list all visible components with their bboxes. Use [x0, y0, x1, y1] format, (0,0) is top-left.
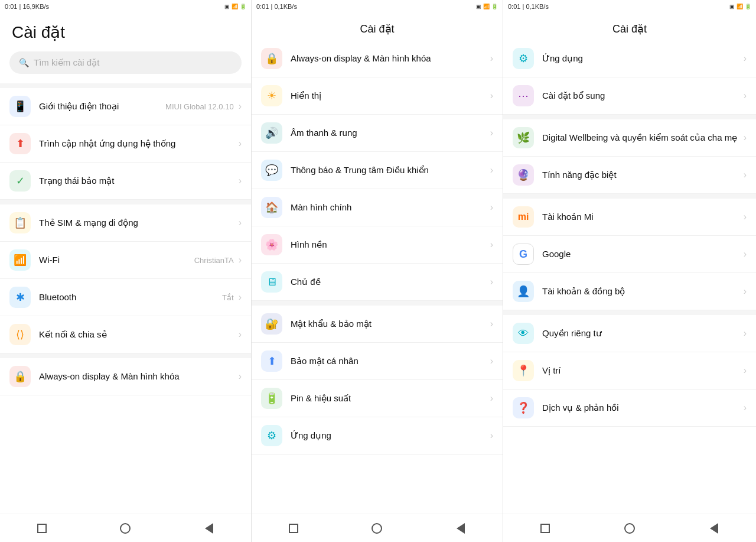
settings-item-wellbeing[interactable]: 🌿 Digital Wellbeing và quyền kiểm soát c…	[503, 119, 756, 157]
settings-item-special[interactable]: 🔮 Tính năng đặc biệt ›	[503, 157, 756, 194]
settings-content-3: Cài đặt ⚙ Ứng dụng › ⋯ Cài đặt bổ sung ›…	[503, 13, 756, 514]
nav-back-btn-2[interactable]	[449, 517, 472, 540]
special-label: Tính năng đặc biệt	[542, 169, 741, 181]
wifi-settings-icon: 📶	[9, 249, 31, 271]
settings-item-connection[interactable]: ⟨⟩ Kết nối & chia sẻ ›	[0, 316, 251, 353]
settings-item-sim[interactable]: 📋 Thẻ SIM & mạng di động ›	[0, 205, 251, 242]
home-label: Màn hình chính	[291, 202, 488, 213]
security-label: Trạng thái bảo mật	[39, 175, 236, 187]
settings-item-privacy[interactable]: 👁 Quyền riêng tư ›	[503, 315, 756, 352]
chevron-icon: ›	[744, 249, 747, 259]
display-icon: ☀	[261, 85, 282, 106]
home-text: Màn hình chính	[291, 202, 488, 213]
settings-item-p2-always-on[interactable]: 🔒 Always-on display & Màn hình khóa ›	[252, 40, 503, 77]
settings-item-accounts[interactable]: 👤 Tài khoản & đồng bộ ›	[503, 273, 756, 310]
chevron-icon: ›	[490, 165, 493, 176]
nav-back-btn[interactable]	[197, 517, 221, 540]
special-icon: 🔮	[513, 164, 534, 186]
settings-item-extra[interactable]: ⋯ Cài đặt bổ sung ›	[503, 77, 756, 115]
settings-item-personal-privacy[interactable]: ⬆ Bảo mật cá nhân ›	[252, 343, 503, 380]
settings-item-p3-apps[interactable]: ⚙ Ứng dụng ›	[503, 40, 756, 77]
chevron-icon: ›	[490, 430, 493, 441]
settings-item-google[interactable]: G Google ›	[503, 236, 756, 273]
connection-icon: ⟨⟩	[9, 324, 31, 345]
nav-back-icon-3	[710, 523, 718, 534]
connection-label: Kết nối & chia sẻ	[39, 329, 236, 340]
section-divider-1	[0, 83, 251, 88]
search-bar[interactable]: 🔍 Tìm kiếm cài đặt	[9, 51, 242, 74]
settings-item-feedback[interactable]: ❓ Dịch vụ & phản hồi ›	[503, 390, 756, 427]
phone-info-icon: 📱	[9, 96, 31, 117]
wifi-icon2: 📶	[483, 4, 490, 9]
chevron-icon: ›	[744, 90, 747, 101]
settings-item-phone-info[interactable]: 📱 Giới thiệu điện thoại MIUI Global 12.0…	[0, 88, 251, 125]
theme-label: Chủ đề	[291, 276, 488, 288]
personal-privacy-icon: ⬆	[261, 350, 282, 372]
phone-panel-2: 0:01 | 0,1KB/s ▣ 📶 🔋 Cài đặt 🔒 Always-on…	[252, 0, 503, 542]
section-divider-2	[0, 200, 251, 205]
section-divider-3	[0, 353, 251, 358]
chevron-icon: ›	[239, 255, 242, 265]
page-title-1: Cài đặt	[0, 13, 251, 47]
section-divider-p3-2	[503, 194, 756, 199]
wellbeing-label: Digital Wellbeing và quyền kiểm soát của…	[542, 132, 741, 144]
mi-text: Tài khoản Mi	[542, 211, 741, 223]
phone-info-text: Giới thiệu điện thoại	[39, 100, 165, 112]
chevron-icon: ›	[239, 329, 242, 340]
wellbeing-icon: 🌿	[513, 127, 534, 148]
password-icon: 🔐	[261, 313, 282, 335]
section-divider-p3-1	[503, 115, 756, 119]
settings-item-apps[interactable]: ⚙ Ứng dụng ›	[252, 417, 503, 455]
settings-item-security[interactable]: ✓ Trạng thái bảo mật ›	[0, 163, 251, 200]
status-bar-2: 0:01 | 0,1KB/s ▣ 📶 🔋	[252, 0, 503, 13]
nav-square-btn[interactable]	[30, 517, 54, 540]
wallpaper-icon: 🌸	[261, 234, 282, 255]
special-text: Tính năng đặc biệt	[542, 169, 741, 181]
nav-square-btn-2[interactable]	[282, 517, 305, 540]
personal-privacy-label: Bảo mật cá nhân	[291, 355, 488, 367]
nav-circle-icon-2	[372, 523, 382, 534]
settings-item-password[interactable]: 🔐 Mật khẩu & bảo mật ›	[252, 306, 503, 343]
nav-home-btn-3[interactable]	[618, 517, 641, 540]
settings-item-bluetooth[interactable]: ✱ Bluetooth Tắt ›	[0, 279, 251, 316]
settings-item-theme[interactable]: 🖥 Chủ đề ›	[252, 264, 503, 301]
chevron-icon: ›	[490, 393, 493, 404]
theme-text: Chủ đề	[291, 276, 488, 288]
settings-item-mi[interactable]: mi Tài khoản Mi ›	[503, 199, 756, 236]
apps-icon: ⚙	[261, 425, 282, 446]
p3-apps-icon: ⚙	[513, 48, 534, 69]
nav-back-btn-3[interactable]	[702, 517, 726, 540]
chevron-icon: ›	[490, 53, 493, 64]
settings-item-system-update[interactable]: ⬆ Trình cập nhật ứng dụng hệ thống ›	[0, 125, 251, 163]
chevron-icon: ›	[744, 53, 747, 64]
sound-text: Âm thanh & rung	[291, 127, 488, 139]
password-label: Mật khẩu & bảo mật	[291, 318, 488, 330]
settings-item-display[interactable]: ☀ Hiển thị ›	[252, 77, 503, 115]
personal-privacy-text: Bảo mật cá nhân	[291, 355, 488, 367]
extra-icon: ⋯	[513, 85, 534, 106]
extra-text: Cài đặt bổ sung	[542, 90, 741, 102]
phone-panel-1: 0:01 | 16,9KB/s ▣ 📶 🔋 Cài đặt 🔍 Tìm kiếm…	[0, 0, 252, 542]
settings-item-location[interactable]: 📍 Vị trí ›	[503, 352, 756, 390]
accounts-label: Tài khoản & đồng bộ	[542, 285, 741, 297]
nav-home-btn-2[interactable]	[365, 517, 389, 540]
search-placeholder: Tìm kiếm cài đặt	[34, 57, 99, 68]
settings-item-wallpaper[interactable]: 🌸 Hình nền ›	[252, 226, 503, 264]
sim-icon2: ▣	[476, 4, 481, 9]
settings-item-always-on[interactable]: 🔒 Always-on display & Màn hình khóa ›	[0, 358, 251, 395]
nav-square-btn-3[interactable]	[533, 517, 557, 540]
p3-apps-label: Ứng dụng	[542, 53, 741, 64]
search-icon: 🔍	[19, 58, 29, 67]
settings-item-wifi[interactable]: 📶 Wi-Fi ChristianTA ›	[0, 242, 251, 279]
chevron-icon: ›	[744, 286, 747, 297]
settings-item-sound[interactable]: 🔊 Âm thanh & rung ›	[252, 115, 503, 152]
chevron-icon: ›	[490, 277, 493, 287]
nav-home-btn[interactable]	[113, 517, 137, 540]
apps-text: Ứng dụng	[291, 430, 488, 442]
settings-item-home[interactable]: 🏠 Màn hình chính ›	[252, 189, 503, 226]
settings-item-notif[interactable]: 💬 Thông báo & Trung tâm Điều khiển ›	[252, 152, 503, 189]
wifi-label: Wi-Fi	[39, 254, 194, 266]
p3-apps-text: Ứng dụng	[542, 53, 741, 64]
settings-item-battery[interactable]: 🔋 Pin & hiệu suất ›	[252, 380, 503, 417]
chevron-icon: ›	[239, 371, 242, 382]
